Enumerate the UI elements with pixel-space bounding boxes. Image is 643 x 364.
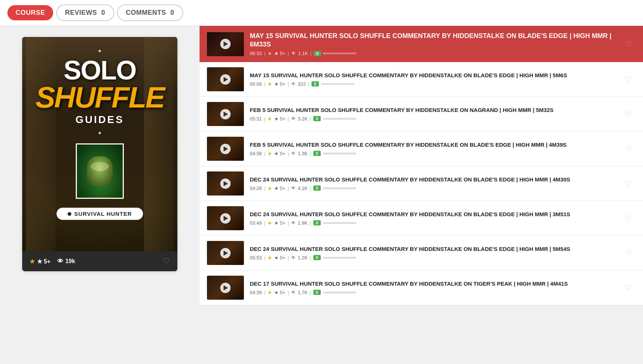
featured-progress-badge: 0	[314, 51, 321, 56]
sep2-5: |	[288, 255, 289, 261]
featured-heart-button[interactable]: ♡	[622, 40, 636, 48]
rating-6: ★ 5+	[274, 290, 285, 295]
progress-badge-4: 0	[313, 220, 321, 225]
video-item[interactable]: DEC 24 SURVIVAL HUNTER SOLO SHUFFLE COMM…	[200, 236, 643, 271]
video-info-3: DEC 24 SURVIVAL HUNTER SOLO SHUFFLE COMM…	[250, 176, 616, 191]
video-item[interactable]: DEC 24 SURVIVAL HUNTER SOLO SHUFFLE COMM…	[200, 166, 643, 201]
tab-course[interactable]: COURSE	[7, 5, 53, 20]
views-4: 1.9K	[298, 220, 308, 226]
sep2: |	[288, 51, 289, 56]
play-triangle-icon	[224, 251, 228, 256]
heart-button-4[interactable]: ♡	[622, 214, 636, 223]
course-card-image: ✦ SOLO SHUFFLE GUIDES ✦ SURVIVAL HUNTER	[22, 37, 177, 251]
video-meta-2: 04:38 | ★ ★ 5+ | 👁 1.3K | 0	[250, 151, 616, 156]
featured-play-button[interactable]	[220, 39, 231, 49]
sep2-2: |	[288, 151, 289, 156]
play-button-0[interactable]	[220, 74, 231, 85]
play-button-2[interactable]	[220, 144, 231, 154]
progress-badge-2: 0	[313, 151, 321, 156]
video-item[interactable]: FEB 5 SURVIVAL HUNTER SOLO SHUFFLE COMME…	[200, 132, 643, 166]
sep2-1: |	[288, 116, 289, 122]
play-triangle-icon	[224, 41, 228, 47]
sep2-4: |	[288, 220, 289, 226]
play-triangle-icon	[224, 146, 228, 152]
progress-badge-3: 0	[313, 186, 321, 191]
progress-badge-5: 0	[313, 255, 321, 260]
star-icon-6: ★	[268, 290, 272, 295]
featured-video-thumbnail	[207, 32, 244, 56]
sep3-4: |	[310, 220, 311, 226]
sep3-5: |	[310, 255, 311, 261]
heart-button-0[interactable]: ♡	[622, 75, 636, 84]
tab-reviews[interactable]: REVIEWS 0	[56, 4, 114, 21]
play-button-6[interactable]	[220, 283, 231, 293]
featured-video-item[interactable]: MAY 15 SURVIVAL HUNTER SOLO SHUFFLE COMM…	[200, 26, 643, 62]
views-2: 1.3K	[298, 151, 308, 156]
progress-bar-5	[323, 257, 356, 259]
video-item[interactable]: FEB 5 SURVIVAL HUNTER SOLO SHUFFLE COMME…	[200, 97, 643, 132]
eye-icon-1: 👁	[291, 116, 296, 121]
tab-reviews-badge: 0	[101, 9, 105, 16]
heart-button-6[interactable]: ♡	[622, 283, 636, 292]
star-icon: ★	[30, 258, 35, 265]
sep3-2: |	[310, 151, 311, 156]
portrait-face	[87, 156, 113, 186]
video-meta-4: 03:49 | ★ ★ 5+ | 👁 1.9K | 0	[250, 220, 616, 226]
rating-stat: ★ ★ 5+	[30, 258, 51, 265]
tab-comments[interactable]: COMMENTS 0	[117, 4, 183, 21]
top-nav: COURSE REVIEWS 0 COMMENTS 0	[0, 0, 643, 26]
star-icon-0: ★	[268, 81, 272, 87]
diamond-bottom-icon: ✦	[98, 130, 102, 136]
video-item[interactable]: DEC 17 SURVIVAL HUNTER SOLO SHUFFLE COMM…	[200, 271, 643, 305]
sep3-0: |	[308, 81, 309, 87]
views-0: 322	[298, 81, 306, 87]
play-triangle-icon	[224, 181, 228, 186]
tab-reviews-label: REVIEWS	[65, 9, 97, 16]
heart-button-1[interactable]: ♡	[622, 110, 636, 119]
eye-icon-0: 👁	[291, 81, 296, 86]
card-portrait	[76, 143, 124, 199]
eye-icon: 👁	[57, 258, 63, 265]
sep3-1: |	[310, 116, 311, 122]
play-button-4[interactable]	[220, 213, 231, 224]
play-button-1[interactable]	[220, 109, 231, 119]
views-6: 1.7K	[298, 290, 308, 295]
featured-eye-icon: 👁	[291, 51, 296, 56]
video-title-2: FEB 5 SURVIVAL HUNTER SOLO SHUFFLE COMME…	[250, 141, 616, 149]
video-item[interactable]: MAY 15 SURVIVAL HUNTER SOLO SHUFFLE COMM…	[200, 62, 643, 97]
star-icon-3: ★	[268, 186, 272, 191]
featured-video-title: MAY 15 SURVIVAL HUNTER SOLO SHUFFLE COMM…	[250, 32, 616, 48]
video-title-3: DEC 24 SURVIVAL HUNTER SOLO SHUFFLE COMM…	[250, 176, 616, 183]
favorite-heart-button[interactable]: ♡	[163, 256, 170, 266]
video-thumbnail-3	[207, 171, 244, 195]
card-title-shuffle: SHUFFLE	[35, 84, 164, 112]
main-content: ✦ SOLO SHUFFLE GUIDES ✦ SURVIVAL HUNTER	[0, 26, 643, 364]
heart-button-3[interactable]: ♡	[622, 179, 636, 188]
play-button-5[interactable]	[220, 248, 231, 258]
eye-icon-2: 👁	[291, 151, 296, 156]
video-meta-3: 04:28 | ★ ★ 5+ | 👁 4.1K | 0	[250, 186, 616, 191]
video-thumbnail-0	[207, 67, 244, 91]
video-info-1: FEB 5 SURVIVAL HUNTER SOLO SHUFFLE COMME…	[250, 106, 616, 122]
video-info-6: DEC 17 SURVIVAL HUNTER SOLO SHUFFLE COMM…	[250, 280, 616, 295]
sep1-6: |	[264, 290, 265, 295]
featured-views: 1.1K	[298, 51, 308, 56]
video-item[interactable]: DEC 24 SURVIVAL HUNTER SOLO SHUFFLE COMM…	[200, 201, 643, 236]
video-title-1: FEB 5 SURVIVAL HUNTER SOLO SHUFFLE COMME…	[250, 106, 616, 114]
duration-3: 04:28	[250, 186, 262, 191]
duration-4: 03:49	[250, 220, 262, 226]
footer-stats: ★ ★ 5+ 👁 19k	[30, 258, 75, 265]
heart-button-2[interactable]: ♡	[622, 144, 636, 153]
video-title-5: DEC 24 SURVIVAL HUNTER SOLO SHUFFLE COMM…	[250, 245, 616, 253]
progress-badge-6: 0	[313, 290, 321, 295]
star-icon-2: ★	[268, 151, 272, 156]
progress-bar-2	[323, 153, 356, 154]
video-meta-6: 04:39 | ★ ★ 5+ | 👁 1.7K | 0	[250, 290, 616, 295]
featured-progress-fill	[323, 52, 324, 54]
views-value: 19k	[65, 258, 75, 265]
sep3-3: |	[310, 186, 311, 191]
progress-bar-1	[323, 118, 356, 120]
play-button-3[interactable]	[220, 178, 231, 189]
progress-badge-1: 0	[313, 116, 321, 121]
heart-button-5[interactable]: ♡	[622, 249, 636, 258]
